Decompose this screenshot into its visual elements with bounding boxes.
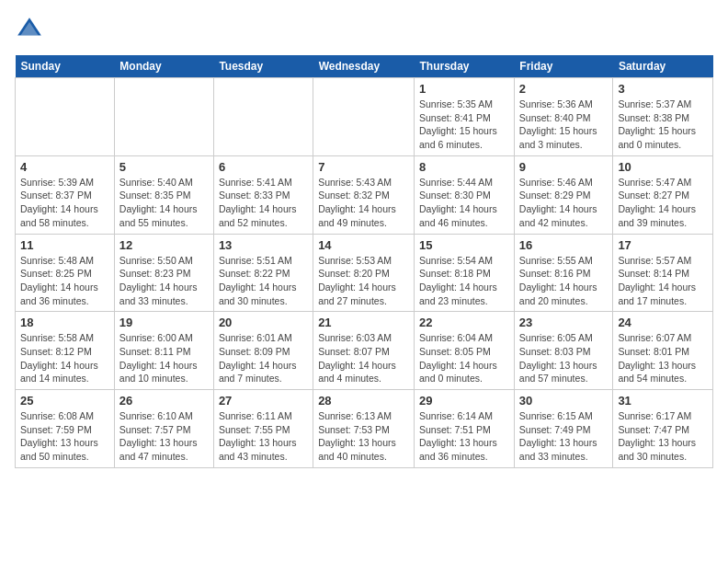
day-number: 18 bbox=[20, 316, 109, 329]
day-info: Sunrise: 6:01 AMSunset: 8:09 PMDaylight:… bbox=[219, 331, 308, 385]
day-info: Sunrise: 5:53 AMSunset: 8:20 PMDaylight:… bbox=[318, 254, 409, 308]
calendar-cell: 21Sunrise: 6:03 AMSunset: 8:07 PMDayligh… bbox=[313, 312, 415, 390]
day-number: 8 bbox=[419, 160, 509, 174]
day-number: 12 bbox=[119, 238, 209, 252]
day-number: 5 bbox=[119, 160, 209, 174]
calendar-cell bbox=[114, 78, 213, 156]
week-row-3: 11Sunrise: 5:48 AMSunset: 8:25 PMDayligh… bbox=[16, 234, 713, 312]
calendar-cell: 23Sunrise: 6:05 AMSunset: 8:03 PMDayligh… bbox=[514, 312, 613, 390]
day-info: Sunrise: 6:07 AMSunset: 8:01 PMDaylight:… bbox=[618, 331, 708, 385]
day-info: Sunrise: 5:36 AMSunset: 8:40 PMDaylight:… bbox=[519, 98, 609, 152]
day-info: Sunrise: 6:05 AMSunset: 8:03 PMDaylight:… bbox=[519, 331, 609, 385]
header-tuesday: Tuesday bbox=[213, 55, 313, 78]
day-number: 4 bbox=[20, 160, 109, 174]
day-info: Sunrise: 5:50 AMSunset: 8:23 PMDaylight:… bbox=[119, 254, 209, 308]
day-number: 24 bbox=[618, 316, 708, 329]
logo-icon bbox=[15, 15, 44, 44]
day-info: Sunrise: 5:39 AMSunset: 8:37 PMDaylight:… bbox=[20, 176, 109, 230]
calendar-cell: 15Sunrise: 5:54 AMSunset: 8:18 PMDayligh… bbox=[415, 234, 515, 312]
calendar-cell: 14Sunrise: 5:53 AMSunset: 8:20 PMDayligh… bbox=[313, 234, 415, 312]
day-number: 29 bbox=[419, 394, 509, 408]
calendar-cell: 6Sunrise: 5:41 AMSunset: 8:33 PMDaylight… bbox=[213, 155, 313, 234]
calendar-cell: 4Sunrise: 5:39 AMSunset: 8:37 PMDaylight… bbox=[16, 155, 115, 234]
logo bbox=[15, 15, 48, 44]
calendar-cell: 24Sunrise: 6:07 AMSunset: 8:01 PMDayligh… bbox=[613, 312, 713, 390]
day-info: Sunrise: 5:54 AMSunset: 8:18 PMDaylight:… bbox=[419, 254, 509, 308]
day-info: Sunrise: 6:15 AMSunset: 7:49 PMDaylight:… bbox=[519, 409, 609, 464]
day-info: Sunrise: 5:58 AMSunset: 8:12 PMDaylight:… bbox=[20, 331, 109, 385]
calendar-header-row: SundayMondayTuesdayWednesdayThursdayFrid… bbox=[16, 55, 713, 78]
day-info: Sunrise: 6:03 AMSunset: 8:07 PMDaylight:… bbox=[318, 331, 409, 385]
calendar-cell bbox=[213, 78, 313, 156]
header-monday: Monday bbox=[114, 55, 213, 78]
day-number: 28 bbox=[318, 394, 409, 408]
day-info: Sunrise: 5:41 AMSunset: 8:33 PMDaylight:… bbox=[219, 176, 308, 230]
header-friday: Friday bbox=[514, 55, 613, 78]
day-number: 7 bbox=[318, 160, 409, 174]
calendar-cell: 5Sunrise: 5:40 AMSunset: 8:35 PMDaylight… bbox=[114, 155, 213, 234]
calendar-cell: 27Sunrise: 6:11 AMSunset: 7:55 PMDayligh… bbox=[213, 390, 313, 468]
calendar-cell: 25Sunrise: 6:08 AMSunset: 7:59 PMDayligh… bbox=[16, 390, 115, 468]
day-info: Sunrise: 5:55 AMSunset: 8:16 PMDaylight:… bbox=[519, 254, 609, 308]
calendar-cell: 18Sunrise: 5:58 AMSunset: 8:12 PMDayligh… bbox=[16, 312, 115, 390]
day-info: Sunrise: 5:43 AMSunset: 8:32 PMDaylight:… bbox=[318, 176, 409, 230]
day-number: 6 bbox=[219, 160, 308, 174]
week-row-5: 25Sunrise: 6:08 AMSunset: 7:59 PMDayligh… bbox=[16, 390, 713, 468]
day-number: 17 bbox=[618, 238, 708, 252]
day-number: 11 bbox=[20, 238, 109, 252]
page-header bbox=[15, 15, 713, 44]
day-number: 21 bbox=[318, 316, 409, 329]
day-number: 23 bbox=[519, 316, 609, 329]
calendar-cell: 11Sunrise: 5:48 AMSunset: 8:25 PMDayligh… bbox=[16, 234, 115, 312]
day-info: Sunrise: 6:13 AMSunset: 7:53 PMDaylight:… bbox=[318, 409, 409, 464]
calendar-cell: 12Sunrise: 5:50 AMSunset: 8:23 PMDayligh… bbox=[114, 234, 213, 312]
calendar-cell: 19Sunrise: 6:00 AMSunset: 8:11 PMDayligh… bbox=[114, 312, 213, 390]
calendar-table: SundayMondayTuesdayWednesdayThursdayFrid… bbox=[15, 55, 713, 468]
day-info: Sunrise: 6:11 AMSunset: 7:55 PMDaylight:… bbox=[219, 409, 308, 464]
header-saturday: Saturday bbox=[613, 55, 713, 78]
day-info: Sunrise: 5:57 AMSunset: 8:14 PMDaylight:… bbox=[618, 254, 708, 308]
calendar-cell: 30Sunrise: 6:15 AMSunset: 7:49 PMDayligh… bbox=[514, 390, 613, 468]
day-number: 14 bbox=[318, 238, 409, 252]
day-number: 27 bbox=[219, 394, 308, 408]
day-number: 19 bbox=[119, 316, 209, 329]
day-number: 2 bbox=[519, 82, 609, 96]
day-number: 3 bbox=[618, 82, 708, 96]
calendar-cell: 3Sunrise: 5:37 AMSunset: 8:38 PMDaylight… bbox=[613, 78, 713, 156]
week-row-1: 1Sunrise: 5:35 AMSunset: 8:41 PMDaylight… bbox=[16, 78, 713, 156]
day-number: 1 bbox=[419, 82, 509, 96]
header-wednesday: Wednesday bbox=[313, 55, 415, 78]
calendar-cell: 20Sunrise: 6:01 AMSunset: 8:09 PMDayligh… bbox=[213, 312, 313, 390]
day-info: Sunrise: 5:48 AMSunset: 8:25 PMDaylight:… bbox=[20, 254, 109, 308]
day-info: Sunrise: 6:17 AMSunset: 7:47 PMDaylight:… bbox=[618, 409, 708, 464]
day-number: 10 bbox=[618, 160, 708, 174]
calendar-cell: 10Sunrise: 5:47 AMSunset: 8:27 PMDayligh… bbox=[613, 155, 713, 234]
day-info: Sunrise: 6:08 AMSunset: 7:59 PMDaylight:… bbox=[20, 409, 109, 464]
day-number: 30 bbox=[519, 394, 609, 408]
day-info: Sunrise: 6:10 AMSunset: 7:57 PMDaylight:… bbox=[119, 409, 209, 464]
calendar-cell: 28Sunrise: 6:13 AMSunset: 7:53 PMDayligh… bbox=[313, 390, 415, 468]
week-row-2: 4Sunrise: 5:39 AMSunset: 8:37 PMDaylight… bbox=[16, 155, 713, 234]
calendar-cell: 8Sunrise: 5:44 AMSunset: 8:30 PMDaylight… bbox=[415, 155, 515, 234]
calendar-cell: 2Sunrise: 5:36 AMSunset: 8:40 PMDaylight… bbox=[514, 78, 613, 156]
calendar-cell: 17Sunrise: 5:57 AMSunset: 8:14 PMDayligh… bbox=[613, 234, 713, 312]
header-thursday: Thursday bbox=[415, 55, 515, 78]
calendar-cell: 26Sunrise: 6:10 AMSunset: 7:57 PMDayligh… bbox=[114, 390, 213, 468]
calendar-cell: 22Sunrise: 6:04 AMSunset: 8:05 PMDayligh… bbox=[415, 312, 515, 390]
day-number: 9 bbox=[519, 160, 609, 174]
calendar-cell: 31Sunrise: 6:17 AMSunset: 7:47 PMDayligh… bbox=[613, 390, 713, 468]
day-info: Sunrise: 5:40 AMSunset: 8:35 PMDaylight:… bbox=[119, 176, 209, 230]
day-info: Sunrise: 5:47 AMSunset: 8:27 PMDaylight:… bbox=[618, 176, 708, 230]
calendar-cell: 16Sunrise: 5:55 AMSunset: 8:16 PMDayligh… bbox=[514, 234, 613, 312]
day-info: Sunrise: 5:37 AMSunset: 8:38 PMDaylight:… bbox=[618, 98, 708, 152]
day-info: Sunrise: 5:46 AMSunset: 8:29 PMDaylight:… bbox=[519, 176, 609, 230]
calendar-cell bbox=[313, 78, 415, 156]
day-number: 26 bbox=[119, 394, 209, 408]
calendar-cell: 9Sunrise: 5:46 AMSunset: 8:29 PMDaylight… bbox=[514, 155, 613, 234]
day-info: Sunrise: 5:35 AMSunset: 8:41 PMDaylight:… bbox=[419, 98, 509, 152]
day-number: 22 bbox=[419, 316, 509, 329]
calendar-cell: 29Sunrise: 6:14 AMSunset: 7:51 PMDayligh… bbox=[415, 390, 515, 468]
calendar-cell: 1Sunrise: 5:35 AMSunset: 8:41 PMDaylight… bbox=[415, 78, 515, 156]
day-number: 20 bbox=[219, 316, 308, 329]
day-info: Sunrise: 6:00 AMSunset: 8:11 PMDaylight:… bbox=[119, 331, 209, 385]
